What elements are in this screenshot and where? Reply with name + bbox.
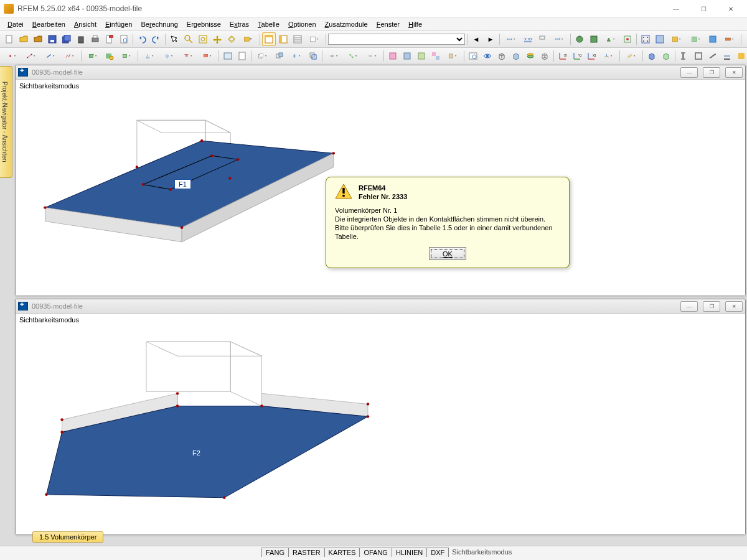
- axis-iso-icon[interactable]: [599, 49, 618, 63]
- grid3-icon[interactable]: [667, 32, 686, 46]
- line-icon[interactable]: [22, 49, 40, 63]
- split-icon[interactable]: [324, 49, 343, 63]
- grid2-icon[interactable]: [653, 32, 667, 46]
- wireframe-icon[interactable]: [538, 49, 552, 63]
- menu-optionen[interactable]: Optionen: [284, 19, 320, 29]
- offset-icon[interactable]: [306, 49, 320, 63]
- maximize-button[interactable]: ☐: [690, 2, 717, 16]
- node-icon[interactable]: [2, 49, 21, 63]
- doc2-minimize[interactable]: —: [680, 301, 698, 312]
- menu-ergebnisse[interactable]: Ergebnisse: [183, 19, 225, 29]
- menu-hilfe[interactable]: Hilfe: [405, 19, 426, 29]
- selset5-icon[interactable]: [443, 49, 462, 63]
- selset2-icon[interactable]: [400, 49, 414, 63]
- delete-icon[interactable]: [74, 32, 88, 46]
- edit1-icon[interactable]: [743, 32, 747, 46]
- dim-icon[interactable]: [502, 32, 520, 46]
- doc1-maximize[interactable]: ❐: [703, 67, 720, 78]
- saveall-icon[interactable]: [60, 32, 73, 46]
- nav-next-icon[interactable]: ►: [484, 32, 497, 46]
- solid2-icon[interactable]: [659, 49, 673, 63]
- undo-icon[interactable]: [135, 32, 149, 46]
- grid4-icon[interactable]: [687, 32, 705, 46]
- doc1-close[interactable]: ✕: [725, 67, 743, 78]
- status-tab-kartes[interactable]: KARTES: [324, 548, 360, 557]
- load-icon[interactable]: [179, 49, 197, 63]
- doc2-maximize[interactable]: ❐: [703, 301, 720, 312]
- print-icon[interactable]: [88, 32, 102, 46]
- nav-first-icon[interactable]: ◄: [469, 32, 483, 46]
- surface2-icon[interactable]: [117, 49, 136, 63]
- menu-bearbeiten[interactable]: Bearbeiten: [29, 19, 69, 29]
- bottom-tab-volumenkoerper[interactable]: 1.5 Volumenkörper: [32, 531, 103, 543]
- folder2-icon[interactable]: [31, 32, 45, 46]
- doc1-minimize[interactable]: —: [680, 67, 698, 78]
- connect-icon[interactable]: [344, 49, 362, 63]
- status-tab-dxf[interactable]: DXF: [426, 548, 449, 557]
- window1-icon[interactable]: [262, 32, 276, 46]
- surface-gear-icon[interactable]: [103, 49, 116, 63]
- dim2-icon[interactable]: X.XX: [521, 32, 535, 46]
- member-icon[interactable]: [41, 49, 60, 63]
- move-icon[interactable]: [273, 49, 286, 63]
- axis-xz-icon[interactable]: XZ: [585, 49, 598, 63]
- selset1-icon[interactable]: [386, 49, 400, 63]
- hinge-icon[interactable]: [159, 49, 178, 63]
- zoom-window-icon[interactable]: [196, 32, 210, 46]
- show-icon[interactable]: [481, 49, 494, 63]
- menu-tabelle[interactable]: Tabelle: [254, 19, 283, 29]
- close-button[interactable]: ✕: [717, 2, 745, 16]
- pointer-icon[interactable]: [167, 32, 181, 46]
- table-icon[interactable]: [221, 49, 235, 63]
- calc3-icon[interactable]: [601, 32, 620, 46]
- window2-icon[interactable]: [276, 32, 290, 46]
- window4-icon[interactable]: [305, 32, 324, 46]
- menu-fenster[interactable]: Fenster: [373, 19, 403, 29]
- axis-xy-icon[interactable]: XY: [556, 49, 570, 63]
- open-icon[interactable]: [17, 32, 31, 46]
- workplane-icon[interactable]: [622, 49, 641, 63]
- calc1-icon[interactable]: [573, 32, 586, 46]
- grid5-icon[interactable]: [706, 32, 720, 46]
- status-tab-raster[interactable]: RASTER: [288, 548, 325, 557]
- selset3-icon[interactable]: [415, 49, 428, 63]
- beam-icon[interactable]: [706, 49, 720, 63]
- redo-icon[interactable]: [149, 32, 163, 46]
- support-icon[interactable]: [140, 49, 159, 63]
- rotate-icon[interactable]: [225, 32, 238, 46]
- status-tab-hlinien[interactable]: HLINIEN: [392, 548, 427, 557]
- layers-icon[interactable]: [524, 49, 537, 63]
- cube2-icon[interactable]: [509, 49, 523, 63]
- cube1-icon[interactable]: [495, 49, 509, 63]
- projekt-navigator-tab[interactable]: Projekt-Navigator - Ansichten: [0, 66, 12, 178]
- surface-add-icon[interactable]: +: [83, 49, 102, 63]
- loadcase-combo[interactable]: [328, 34, 465, 45]
- text-icon[interactable]: [535, 32, 549, 46]
- calc4-icon[interactable]: [621, 32, 634, 46]
- grid1-icon[interactable]: [639, 32, 652, 46]
- menu-berechnung[interactable]: Berechnung: [137, 19, 181, 29]
- zoom-icon[interactable]: [182, 32, 195, 46]
- new-icon[interactable]: [2, 32, 16, 46]
- status-tab-ofang[interactable]: OFANG: [359, 548, 392, 557]
- load2-icon[interactable]: [198, 49, 217, 63]
- section3-icon[interactable]: [720, 49, 734, 63]
- menu-zusatzmodule[interactable]: Zusatzmodule: [321, 19, 372, 29]
- menu-ansicht[interactable]: Ansicht: [70, 19, 100, 29]
- grid6-icon[interactable]: [720, 32, 739, 46]
- doc1-canvas[interactable]: Sichtbarkeitsmodus: [16, 80, 745, 296]
- color1-icon[interactable]: [735, 49, 747, 63]
- ok-button[interactable]: OK: [429, 247, 466, 260]
- section2-icon[interactable]: [692, 49, 705, 63]
- menu-datei[interactable]: Datei: [4, 19, 27, 29]
- polyline-icon[interactable]: [60, 49, 79, 63]
- calc2-icon[interactable]: [587, 32, 601, 46]
- pan-icon[interactable]: [210, 32, 224, 46]
- section1-icon[interactable]: [677, 49, 691, 63]
- dim3-icon[interactable]: X.XX: [550, 32, 568, 46]
- view-dropdown-icon[interactable]: [239, 32, 258, 46]
- report-icon[interactable]: [103, 32, 116, 46]
- axis-yz-icon[interactable]: YZ: [570, 49, 584, 63]
- solid1-icon[interactable]: [645, 49, 659, 63]
- extend-icon[interactable]: [363, 49, 382, 63]
